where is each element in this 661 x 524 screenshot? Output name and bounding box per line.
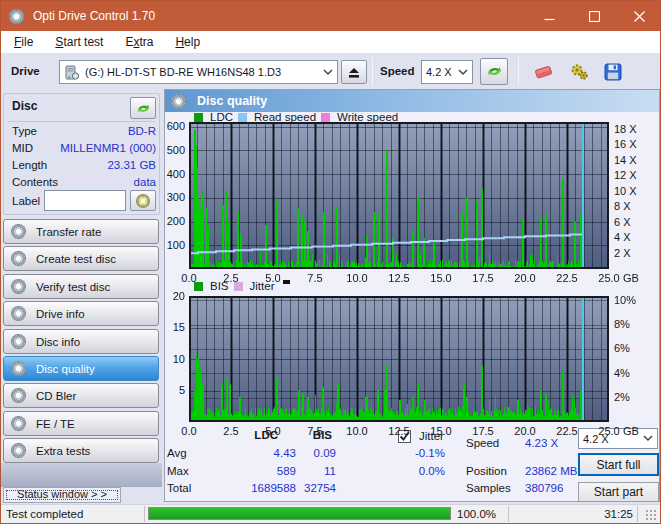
sidebar-item-drive-info[interactable]: Drive info <box>3 301 159 326</box>
save-icon <box>604 63 622 81</box>
progress-bar <box>148 507 451 520</box>
menu-item-file[interactable]: File <box>3 31 44 53</box>
save-button[interactable] <box>599 58 627 85</box>
statusbar-divider <box>637 506 638 522</box>
stats-bis-value: 0.09 <box>286 447 336 459</box>
y-axis-left-label: 300 <box>151 191 185 204</box>
y-axis-right-label: 12 X <box>614 169 654 182</box>
speed-result-value: 4.23 X <box>525 437 558 449</box>
sidebar-item-label: FE / TE <box>36 418 75 430</box>
disc-icon <box>11 416 26 431</box>
statusbar-divider <box>508 506 509 522</box>
y-axis-right-label: 2% <box>614 391 654 404</box>
sidebar-item-cd-bler[interactable]: CD Bler <box>3 383 159 408</box>
disc-row-value: 23.31 GB <box>44 159 156 171</box>
y-axis-right-label: 18 X <box>614 123 654 136</box>
maximize-icon <box>590 11 600 21</box>
speed-result-label: Speed <box>466 437 499 449</box>
refresh-speeds-button[interactable] <box>480 58 508 85</box>
app-window: Opti Drive Control 1.70 FileStart testEx… <box>0 0 661 524</box>
drive-select[interactable]: (G:) HL-DT-ST BD-RE WH16NS48 1.D3 <box>59 60 338 84</box>
samples-value: 380796 <box>525 482 563 494</box>
status-text: Test completed <box>6 508 83 520</box>
chevron-down-icon <box>323 69 333 76</box>
y-axis-left-label: 20 <box>151 290 185 303</box>
stats-jitter-value: -0.1% <box>381 447 445 459</box>
resize-grip[interactable] <box>645 509 657 521</box>
y-axis-left-label: 200 <box>151 215 185 228</box>
y-axis-left-label: 15 <box>151 321 185 334</box>
disc-label-input[interactable] <box>44 190 126 211</box>
disc-icon <box>11 251 26 266</box>
refresh-disc-button[interactable] <box>130 97 156 119</box>
speed-label: Speed <box>380 65 415 77</box>
stats-row-label: Total <box>167 482 191 494</box>
eject-icon <box>346 65 362 79</box>
speed-select[interactable]: 4.2 X <box>421 60 473 84</box>
sidebar-item-extra-tests[interactable]: Extra tests <box>3 438 159 463</box>
x-axis-label: 2.5 <box>215 272 247 285</box>
y-axis-right-label: 14 X <box>614 154 654 167</box>
x-axis-label: 12.5 <box>383 425 415 438</box>
y-axis-right-label: 10 X <box>614 185 654 198</box>
refresh-icon <box>485 63 504 80</box>
elapsed-time: 31:25 <box>561 508 633 520</box>
window-title: Opti Drive Control 1.70 <box>33 9 155 23</box>
disc-row-label: Length <box>12 159 47 171</box>
maximize-button[interactable] <box>572 1 617 31</box>
sidebar-item-disc-quality[interactable]: Disc quality <box>3 356 159 381</box>
eject-button[interactable] <box>341 60 367 84</box>
gears-icon <box>569 63 589 81</box>
x-axis-label: 5.0 <box>257 272 289 285</box>
x-axis-label: 17.5 <box>467 272 499 285</box>
sidebar-item-fe-te[interactable]: FE / TE <box>3 411 159 436</box>
menu-item-start-test[interactable]: Start test <box>44 31 114 53</box>
settings-button[interactable] <box>565 58 593 85</box>
write-speed-legend-swatch <box>321 113 330 122</box>
menu-item-help[interactable]: Help <box>164 31 211 53</box>
toolbar-separator <box>372 57 373 86</box>
app-icon <box>9 9 24 24</box>
disc-info-group: Disc TypeBD-RMIDMILLENMR1 (000)Length23.… <box>3 93 160 215</box>
drive-label: Drive <box>11 65 40 77</box>
status-window-button[interactable]: Status window > > <box>3 487 121 503</box>
stats-ldc-value: 589 <box>216 465 296 477</box>
progress-fill <box>149 508 450 519</box>
sidebar-item-transfer-rate[interactable]: Transfer rate <box>3 219 159 244</box>
stats-bis-value: 32754 <box>286 482 336 494</box>
erase-disc-button[interactable] <box>530 58 558 85</box>
x-axis-label: 7.5 <box>299 272 331 285</box>
y-axis-right-label: 6 X <box>614 216 654 229</box>
position-value: 23862 MB <box>525 465 577 477</box>
divider <box>8 121 155 122</box>
sidebar-item-disc-info[interactable]: Disc info <box>3 329 159 354</box>
start-full-button[interactable]: Start full <box>578 453 659 476</box>
toolbar: Drive (G:) HL-DT-ST BD-RE WH16NS48 1.D3 … <box>1 53 660 90</box>
drive-icon <box>64 65 80 80</box>
y-axis-right-label: 10% <box>614 294 654 307</box>
x-axis-label: 2.5 <box>215 425 247 438</box>
sidebar-gradient-strip <box>1 463 162 487</box>
x-axis-label: 10.0 <box>341 425 373 438</box>
sidebar-item-verify-test-disc[interactable]: Verify test disc <box>3 274 159 299</box>
y-axis-left-label: 500 <box>151 144 185 157</box>
x-axis-label: 22.5 <box>551 425 583 438</box>
refresh-icon <box>135 101 152 116</box>
disc-quality-icon <box>171 94 186 109</box>
close-button[interactable] <box>617 1 661 31</box>
sidebar-item-create-test-disc[interactable]: Create test disc <box>3 246 159 271</box>
y-axis-right-label: 16 X <box>614 138 654 151</box>
x-axis-label: 25.0 <box>593 425 625 438</box>
minimize-button[interactable] <box>527 1 572 31</box>
ldc-read-speed-chart <box>189 122 609 269</box>
disc-icon <box>11 361 26 376</box>
stats-ldc-value: 4.43 <box>216 447 296 459</box>
x-axis-label: 25.0 <box>593 272 625 285</box>
start-part-button[interactable]: Start part <box>578 482 659 502</box>
x-axis-unit: GB <box>623 272 639 285</box>
progress-percent: 100.0% <box>457 508 496 520</box>
disc-row-label: MID <box>12 142 33 154</box>
stats-ldc-value: 1689588 <box>216 482 296 494</box>
menu-item-extra[interactable]: Extra <box>114 31 164 53</box>
x-axis-label: 0.0 <box>173 272 205 285</box>
